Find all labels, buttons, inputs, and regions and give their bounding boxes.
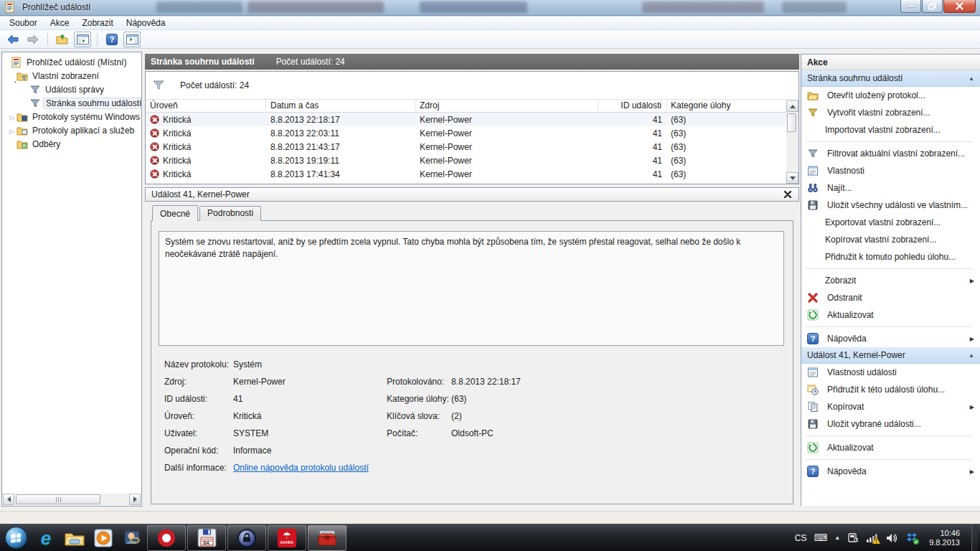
menu-action[interactable]: Akce [44,17,76,30]
dropbox-icon[interactable] [906,532,918,544]
tray-expand-icon[interactable]: ▲ [834,534,840,541]
action-copy-custom-view[interactable]: Kopírovat vlastní zobrazení... [801,231,980,248]
collapse-icon[interactable]: ▲ [969,75,974,82]
scroll-down-button[interactable] [786,172,798,184]
back-button[interactable] [4,32,22,47]
action-export-custom-view[interactable]: Exportovat vlastní zobrazení... [801,214,980,231]
tree-item-label: Události správy [43,85,106,95]
scroll-up-button[interactable] [786,100,798,112]
taskbar-opera[interactable] [147,525,186,551]
desktop: Prohlížeč událostí Soubor Akce Zobrazit … [0,0,980,551]
action-save-selected-events[interactable]: Uložit vybrané události... [801,415,980,433]
custom-views-folder-icon [17,70,28,82]
close-button[interactable] [943,0,976,13]
tree-item-admin-events[interactable]: Události správy [2,83,141,96]
expanded-arrow-icon[interactable] [11,71,16,83]
scroll-right-button[interactable] [129,494,141,505]
action-help-submenu[interactable]: ? Nápověda ▶ [801,330,980,347]
action-event-refresh[interactable]: Aktualizovat [801,439,980,456]
taskbar-admin-tools-active[interactable] [308,525,347,551]
action-save-all-events[interactable]: Uložit všechny události ve vlastním... [801,197,980,214]
critical-icon [150,115,159,124]
event-list-scrollbar[interactable] [786,100,798,184]
field-label: Operační kód: [164,443,233,461]
tab-general[interactable]: Obecné [152,205,198,221]
action-find[interactable]: Najít... [801,179,980,197]
tray-clock[interactable]: 10:46 9.8.2013 [925,529,964,547]
forward-button[interactable] [24,32,42,47]
taskbar-media-player[interactable] [89,524,118,551]
action-pane-toggle-button[interactable] [123,32,141,47]
table-row[interactable]: Kritická 8.8.2013 19:19:11 Kernel-Power … [146,154,798,167]
help-icon: ? [807,466,819,477]
open-saved-log-button[interactable] [54,32,71,47]
binoculars-icon [807,182,819,194]
action-open-saved-log[interactable]: Otevřít uložený protokol... [801,87,980,104]
scrollbar-thumb[interactable] [16,494,100,504]
table-row[interactable]: Kritická 8.8.2013 21:43:17 Kernel-Power … [146,140,798,154]
filter-icon [807,107,819,118]
table-row[interactable]: Kritická 8.8.2013 17:41:34 Kernel-Power … [146,167,798,181]
tree-item-custom-views[interactable]: Vlastní zobrazení [2,69,141,83]
taskbar-avira[interactable]: ☂ AVIRA [268,525,306,551]
scrollbar-thumb[interactable] [787,113,796,132]
tab-details[interactable]: Podrobnosti [199,206,261,221]
menu-help[interactable]: Nápověda [120,17,172,30]
tree-item-subscriptions[interactable]: Odběry [2,137,141,151]
action-delete[interactable]: Odstranit [801,289,980,306]
taskbar-internet-explorer[interactable]: e [32,524,60,551]
collapse-icon[interactable]: ▲ [969,352,974,359]
column-source[interactable]: Zdroj [415,100,598,112]
task-clock-icon [807,384,819,395]
tree-item-summary-page[interactable]: Stránka souhrnu událostí [2,96,141,110]
network-icon[interactable] [866,533,879,543]
restore-button[interactable] [922,0,943,13]
action-copy-submenu[interactable]: Kopírovat ▶ [801,398,980,415]
minimize-button[interactable] [900,0,921,13]
tree-horizontal-scrollbar[interactable] [3,494,141,505]
menu-file[interactable]: Soubor [3,17,44,30]
tree-item-app-logs[interactable]: ▷ Protokoly aplikací a služeb [2,123,141,137]
taskbar-user-tool[interactable] [118,524,146,551]
show-desktop-button[interactable] [971,524,977,551]
collapsed-arrow-icon[interactable]: ▷ [10,128,15,135]
action-attach-task-to-view[interactable]: Přidružit k tomuto pohledu úlohu... [801,248,980,265]
safely-remove-hardware-icon[interactable] [847,532,859,544]
action-properties[interactable]: Vlastnosti [801,162,980,179]
taskbar-backup-tool[interactable]: 64 [187,525,226,551]
tree-item-windows-logs[interactable]: ▷ Protokoly systému Windows [2,110,141,123]
column-level[interactable]: Úroveň [146,100,266,112]
online-help-link[interactable]: Online nápověda protokolu událostí [233,461,387,478]
language-indicator[interactable]: CS [795,533,807,543]
tree-item-root[interactable]: Prohlížeč událostí (Místní) [2,55,141,69]
start-button[interactable] [0,524,32,551]
table-row[interactable]: Kritická 8.8.2013 22:18:17 Kernel-Power … [146,113,798,126]
help-icon: ? [807,333,819,344]
console-tree-toggle-button[interactable] [74,32,91,47]
taskbar-explorer[interactable] [60,524,89,551]
action-refresh[interactable]: Aktualizovat [801,306,980,324]
keyboard-icon[interactable]: ⌨ [814,532,827,543]
action-event-properties[interactable]: Vlastnosti události [801,364,980,381]
action-import-custom-view[interactable]: Importovat vlastní zobrazení... [801,121,980,138]
help-button[interactable]: ? [103,32,121,47]
taskbar-keepass[interactable] [227,525,266,551]
toolbar: ? [0,30,980,49]
action-event-help-submenu[interactable]: ? Nápověda ▶ [801,463,980,480]
column-datetime[interactable]: Datum a čas [266,100,415,112]
action-view-submenu[interactable]: Zobrazit ▶ [801,272,980,289]
close-preview-icon[interactable] [783,189,793,199]
collapsed-arrow-icon[interactable]: ▷ [10,114,15,121]
action-filter-current-view[interactable]: Filtrovat aktuální vlastní zobrazení... [801,145,980,162]
column-task-category[interactable]: Kategorie úlohy [666,100,798,112]
scroll-left-button[interactable] [3,494,14,505]
action-create-custom-view[interactable]: Vytvořit vlastní zobrazení... [801,104,980,121]
column-event-id[interactable]: ID události [598,100,666,112]
menu-view[interactable]: Zobrazit [75,17,119,30]
results-count: Počet událostí: 24 [276,57,345,67]
actions-section-summary-page[interactable]: Stránka souhrnu událostí ▲ [801,70,980,87]
table-row[interactable]: Kritická 8.8.2013 22:03:11 Kernel-Power … [146,126,798,140]
actions-section-event[interactable]: Událost 41, Kernel-Power ▲ [801,347,980,364]
volume-icon[interactable] [886,533,899,543]
action-attach-task-to-event[interactable]: Přidružit k této události úlohu... [801,381,980,398]
